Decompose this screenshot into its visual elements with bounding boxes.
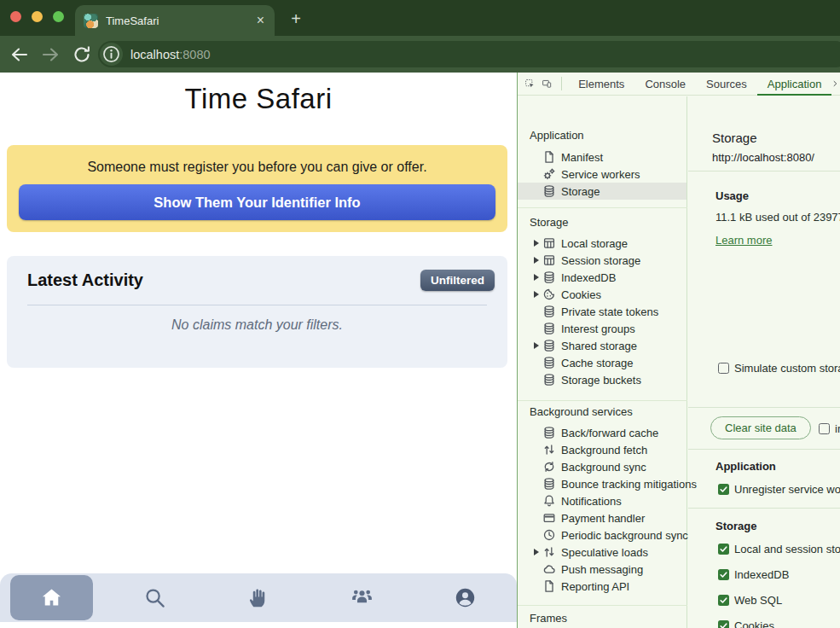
tree-item-shared-storage[interactable]: Shared storage [518,337,686,354]
cookies-checkbox-row[interactable]: Cookies [718,619,774,628]
tree-item-notifications[interactable]: Notifications [518,492,686,509]
panel-divider [688,449,840,450]
back-icon[interactable] [9,44,31,66]
tree-item-indexeddb[interactable]: IndexedDB [518,269,686,286]
hand-icon [246,586,269,609]
panel-divider [688,508,840,509]
tree-item-cookies[interactable]: Cookies [518,286,686,303]
arrows-up-down-icon [542,443,556,456]
expander-icon[interactable] [534,240,539,247]
tree-item-back-forward-cache[interactable]: Back/forward cache [518,424,686,441]
tree-item-cache-storage[interactable]: Cache storage [518,354,686,371]
database-icon [542,477,556,491]
device-toolbar-icon[interactable] [542,75,552,92]
tab-application[interactable]: Application [757,73,832,96]
tree-item-storage-buckets[interactable]: Storage buckets [518,371,686,388]
checkbox-checked[interactable] [718,569,729,580]
database-icon [542,270,556,284]
checkbox-unchecked[interactable] [819,423,830,434]
latest-activity-card: Latest Activity Unfiltered No claims mat… [7,256,507,368]
tree-item-service-workers[interactable]: Service workers [518,166,686,183]
tree-item-session-storage[interactable]: Session storage [518,252,686,269]
clear-site-data-button[interactable]: Clear site data [710,416,811,439]
sidebar-section-application: Application [530,128,584,143]
tree-item-storage[interactable]: Storage [518,183,686,200]
close-window-button[interactable] [10,11,21,22]
database-icon [542,426,556,439]
tree-item-background-sync[interactable]: Background sync [518,458,686,475]
tab-elements[interactable]: Elements [568,73,634,96]
local-session-storage-checkbox-row[interactable]: Local and session storage [718,543,840,555]
expander-icon[interactable] [534,342,539,349]
unfiltered-button[interactable]: Unfiltered [420,270,495,291]
learn-more-link[interactable]: Learn more [715,234,772,247]
site-info-icon[interactable] [100,43,123,66]
nav-item-contacts[interactable] [310,573,414,622]
forward-icon[interactable] [39,44,61,66]
bell-icon [542,494,556,508]
tab-sources[interactable]: Sources [696,73,757,96]
url-port: :8080 [179,48,210,61]
maximize-window-button[interactable] [53,11,64,22]
unregister-sw-checkbox-row[interactable]: Unregister service workers [718,483,840,496]
nav-item-search[interactable] [103,573,206,622]
tree-item-bounce-tracking[interactable]: Bounce tracking mitigations [518,475,686,492]
expander-icon[interactable] [534,257,539,264]
more-tabs-chevron-icon[interactable] [831,78,839,90]
database-icon [542,356,556,369]
checkbox-checked[interactable] [718,595,729,606]
expander-icon[interactable] [534,291,539,298]
simulate-storage-checkbox-row[interactable]: Simulate custom storage [718,362,840,375]
tree-item-reporting-api[interactable]: Reporting API [518,578,686,595]
gears-icon [542,167,556,181]
database-icon [542,339,556,352]
inspect-icon[interactable] [524,75,535,92]
devtools-sidebar: Application Manifest Service workers Sto… [518,96,687,628]
sidebar-section-frames: Frames [530,611,567,626]
reload-icon[interactable] [71,44,93,66]
tree-item-periodic-background-sync[interactable]: Periodic background sync [518,526,686,544]
arrows-up-down-icon [542,545,556,559]
url-host: localhost [130,48,179,61]
table-icon [542,236,556,250]
storage-section-heading: Storage [715,520,756,532]
url-bar[interactable]: localhost:8080 [98,41,840,67]
indexeddb-checkbox-row[interactable]: IndexedDB [718,568,789,581]
tree-item-speculative-loads[interactable]: Speculative loads [518,544,686,561]
empty-claims-message: No claims match your filters. [7,317,507,333]
tree-item-payment-handler[interactable]: Payment handler [518,509,686,526]
tree-item-private-state-tokens[interactable]: Private state tokens [518,303,686,320]
tab-console[interactable]: Console [634,73,696,96]
checkbox-checked[interactable] [718,484,729,495]
checkbox-unchecked[interactable] [718,363,729,374]
checkbox-checked[interactable] [718,620,729,628]
bottom-navigation [0,573,517,622]
page-bottom-strip [0,622,517,628]
nav-item-home[interactable] [0,573,103,622]
expander-icon[interactable] [534,274,539,281]
tree-item-push-messaging[interactable]: Push messaging [518,561,686,578]
including-checkbox-row[interactable]: in [819,422,840,435]
tree-item-local-storage[interactable]: Local storage [518,235,686,252]
browser-tab[interactable]: TimeSafari × [75,5,275,36]
file-icon [542,579,556,593]
new-tab-button[interactable]: + [285,9,307,31]
table-icon [542,253,556,267]
notice-message: Someone must register you before you can… [7,160,507,175]
websql-checkbox-row[interactable]: Web SQL [718,594,782,607]
panel-origin: http://localhost:8080/ [712,151,814,164]
nav-item-profile[interactable] [414,573,517,622]
tree-item-interest-groups[interactable]: Interest groups [518,320,686,337]
tree-item-background-fetch[interactable]: Background fetch [518,441,686,458]
expander-icon[interactable] [534,549,539,555]
tree-item-manifest[interactable]: Manifest [518,148,686,166]
checkbox-checked[interactable] [718,544,729,555]
panel-title: Storage [712,131,757,145]
devtools-panel: Elements Console Sources Application App… [517,73,840,628]
cloud-icon [542,562,556,576]
browser-tabstrip: TimeSafari × + [0,0,840,36]
tab-close-icon[interactable]: × [255,14,266,27]
nav-item-projects[interactable] [206,573,310,622]
show-identifier-info-button[interactable]: Show Them Your Identifier Info [19,184,495,220]
minimize-window-button[interactable] [32,11,43,22]
